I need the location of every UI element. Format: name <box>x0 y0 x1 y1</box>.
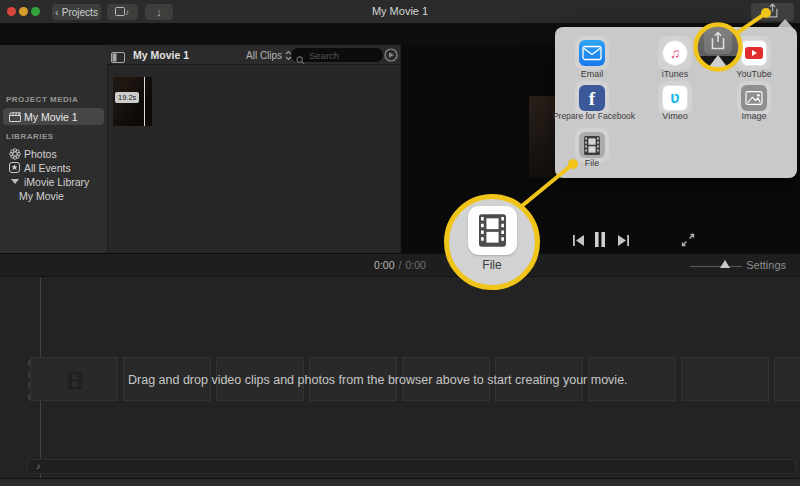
share-option-vimeo[interactable]: ʋ <box>658 81 692 115</box>
clips-filter-label: All Clips <box>246 50 282 61</box>
timeline-zoom-thumb[interactable] <box>720 260 730 268</box>
window-title: My Movie 1 <box>0 5 800 17</box>
sidebar-item-label: Photos <box>24 148 57 160</box>
clip-filter-icon[interactable] <box>384 48 398 66</box>
skip-back-button[interactable] <box>572 233 585 251</box>
star-badge-icon <box>8 162 21 173</box>
share-option-label: Prepare for Facebook <box>544 111 644 121</box>
sidebar-toggle-icon[interactable] <box>111 49 125 67</box>
clip-placeholder <box>681 357 769 401</box>
itunes-icon: ♫ <box>662 40 688 66</box>
vimeo-icon: ʋ <box>662 85 688 111</box>
music-note-icon: ♪ <box>36 461 41 471</box>
current-time: 0:00 <box>374 259 394 271</box>
audio-lane: ♪ <box>27 459 796 474</box>
timecode-display: 0:00/0:00 <box>0 259 800 271</box>
share-option-label: Email <box>547 69 637 79</box>
window-toolbar: ‹ Projects ♪ ↓ My Movie 1 <box>0 0 800 24</box>
clip-placeholder <box>774 357 800 401</box>
share-option-youtube[interactable] <box>737 36 771 70</box>
search-field[interactable] <box>291 48 383 62</box>
fullscreen-icon[interactable] <box>681 233 695 251</box>
skip-forward-button[interactable] <box>617 233 630 251</box>
search-icon <box>296 51 305 69</box>
share-option-email[interactable] <box>575 36 609 70</box>
photos-flower-icon <box>8 148 21 160</box>
project-media-header: PROJECT MEDIA <box>6 95 78 104</box>
share-option-facebook[interactable]: f <box>575 81 609 115</box>
window-bottom-band <box>0 478 800 486</box>
sidebar-item-label: All Events <box>24 162 71 174</box>
image-icon <box>741 85 767 111</box>
libraries-header: LIBRARIES <box>6 132 54 141</box>
timeline-zoom-slider[interactable] <box>690 266 742 267</box>
share-option-image[interactable] <box>737 81 771 115</box>
share-option-label: iTunes <box>630 69 720 79</box>
total-time: 0:00 <box>405 259 425 271</box>
share-option-label: Vimeo <box>630 111 720 121</box>
clip-skim-line <box>144 77 145 126</box>
settings-button[interactable]: Settings <box>746 259 786 271</box>
libraries-sidebar: PROJECT MEDIA My Movie 1 LIBRARIES Photo… <box>0 45 107 253</box>
filmstrip-placeholder-icon <box>68 372 82 393</box>
disclosure-triangle-icon[interactable] <box>8 179 21 184</box>
clip-thumbnail[interactable]: 19.2s <box>113 77 152 126</box>
share-option-itunes[interactable]: ♫ <box>658 36 692 70</box>
sidebar-item-label: My Movie 1 <box>24 111 78 123</box>
sidebar-item-my-movie[interactable]: My Movie <box>3 187 120 204</box>
sidebar-item-my-movie-1[interactable]: My Movie 1 <box>3 108 104 125</box>
search-input[interactable] <box>307 49 371 62</box>
facebook-icon: f <box>579 85 605 111</box>
timeline-empty-message: Drag and drop video clips and photos fro… <box>128 373 628 387</box>
clips-filter-dropdown[interactable]: All Clips <box>246 50 292 61</box>
browser-project-title: My Movie 1 <box>133 49 189 61</box>
clip-duration-badge: 19.2s <box>115 92 139 103</box>
clip-placeholder <box>30 357 118 401</box>
share-option-label: File <box>547 158 637 168</box>
time-separator: / <box>399 259 402 271</box>
sidebar-item-label: iMovie Library <box>24 176 89 188</box>
youtube-icon <box>741 40 767 66</box>
sidebar-item-label: My Movie <box>19 190 64 202</box>
share-option-label: Image <box>709 111 799 121</box>
clapperboard-icon <box>8 112 21 122</box>
share-option-label: YouTube <box>709 69 799 79</box>
share-option-file[interactable] <box>575 128 609 162</box>
imovie-window: ‹ Projects ♪ ↓ My Movie 1 My Media Audio… <box>0 0 800 486</box>
file-filmstrip-icon <box>579 132 605 158</box>
email-icon <box>579 40 605 66</box>
pause-button[interactable] <box>593 232 607 251</box>
